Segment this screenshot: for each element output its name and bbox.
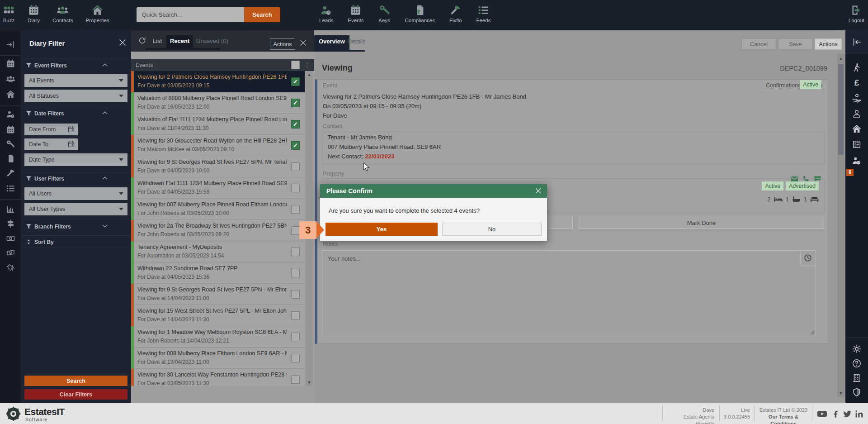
- section-event-filters[interactable]: Event Filters: [21, 59, 131, 72]
- event-checkbox[interactable]: [291, 269, 300, 277]
- event-list-row[interactable]: Valuation of 8888 Mulberry Place Pinnell…: [131, 92, 305, 114]
- event-list-row[interactable]: Viewing for 2 Palmers Close Ramsey Hunti…: [131, 71, 305, 92]
- terms-link[interactable]: Our Terms & Conditions: [769, 414, 798, 424]
- event-checkbox[interactable]: [291, 226, 300, 235]
- date-to-input[interactable]: Date To: [24, 138, 78, 150]
- select-all-checkbox[interactable]: [291, 61, 300, 69]
- event-list-row[interactable]: Viewing for 30 Lancelot Way Fenstanton H…: [131, 369, 305, 386]
- calendar-icon[interactable]: [6, 125, 15, 134]
- event-checkbox[interactable]: ✓: [291, 120, 300, 129]
- event-checkbox[interactable]: [291, 205, 300, 214]
- contacts-icon[interactable]: [6, 74, 15, 84]
- resize-handle[interactable]: [808, 329, 815, 335]
- all-user-types-dropdown[interactable]: All User Types: [24, 203, 127, 215]
- pound-icon[interactable]: £: [852, 78, 862, 88]
- event-list-row[interactable]: Viewing for 1 Meadow Way Melbourn Roysto…: [131, 326, 305, 348]
- gear-icon[interactable]: [852, 344, 862, 354]
- event-list-row[interactable]: Withdrawn Flat 1111 1234 Mulberry Place …: [131, 177, 305, 199]
- event-checkbox[interactable]: ✓: [291, 77, 300, 86]
- cancel-button[interactable]: Cancel: [741, 38, 776, 50]
- nav-compliances[interactable]: Compliances: [405, 0, 435, 23]
- nav-buzz[interactable]: Buzz: [3, 0, 15, 23]
- tab-details[interactable]: Details: [343, 35, 370, 50]
- event-checkbox[interactable]: [291, 375, 300, 384]
- lead-tag-icon[interactable]: [852, 156, 862, 166]
- home-icon[interactable]: [852, 124, 862, 134]
- feeds-icon[interactable]: [6, 184, 15, 193]
- calendar-icon[interactable]: [67, 140, 75, 148]
- nav-keys[interactable]: Keys: [378, 0, 391, 23]
- youtube-icon[interactable]: [816, 409, 828, 419]
- event-list-row[interactable]: Viewing for 15 West Street St Ives PE27 …: [131, 305, 305, 326]
- event-list-row[interactable]: Withdrawn 22 Sundorne Road SE7 7PP For D…: [131, 262, 305, 284]
- house-leave-icon[interactable]: [6, 262, 15, 272]
- section-user-filters[interactable]: User Filters: [21, 172, 131, 185]
- nav-properties[interactable]: Properties: [85, 0, 109, 23]
- nav-logout[interactable]: Logout: [849, 0, 864, 23]
- scroll-down-icon[interactable]: ▼: [838, 391, 844, 395]
- event-list-row[interactable]: Viewing for 2a The Broadway St Ives Hunt…: [131, 220, 305, 241]
- save-button[interactable]: Save: [778, 38, 813, 50]
- section-sort-by[interactable]: Sort By: [21, 235, 131, 249]
- invoice-icon[interactable]: [852, 139, 862, 149]
- all-statuses-dropdown[interactable]: All Statuses: [24, 90, 127, 102]
- event-list-row[interactable]: Tenancy Agreement - MyDeposits For Autom…: [131, 241, 305, 262]
- section-branch-filters[interactable]: Branch Filters: [21, 220, 131, 233]
- calendar-icon[interactable]: [67, 125, 75, 133]
- actions-button[interactable]: Actions: [815, 38, 842, 50]
- walker-icon[interactable]: [852, 62, 862, 72]
- notes-textarea[interactable]: Your notes...: [322, 250, 816, 336]
- chart-icon[interactable]: [6, 205, 15, 214]
- hand-coin-icon[interactable]: [852, 93, 862, 103]
- shield-icon[interactable]: [852, 387, 862, 397]
- help-icon[interactable]: [852, 358, 862, 368]
- event-checkbox[interactable]: [291, 333, 300, 341]
- event-list-row[interactable]: Viewing for 9 St Georges Road St Ives PE…: [131, 284, 305, 305]
- event-checkbox[interactable]: [291, 162, 300, 171]
- event-list-row[interactable]: Viewing for 30 Gloucester Road Wyton on …: [131, 135, 305, 156]
- nav-fixflo[interactable]: Fixflo: [449, 0, 462, 23]
- close-icon[interactable]: [299, 39, 307, 47]
- hammer-icon[interactable]: [6, 168, 15, 178]
- event-checkbox[interactable]: [291, 184, 300, 192]
- event-list-actions-button[interactable]: Actions: [270, 38, 295, 50]
- calendar-icon[interactable]: [6, 59, 15, 68]
- event-checkbox[interactable]: ✓: [291, 141, 300, 150]
- quick-search-button[interactable]: Search: [244, 7, 280, 22]
- expand-right-icon[interactable]: [6, 40, 15, 49]
- scroll-up-icon[interactable]: ▲: [838, 56, 844, 61]
- money-alt-icon[interactable]: [6, 248, 15, 257]
- event-checkbox[interactable]: [291, 248, 300, 256]
- event-list-row[interactable]: Viewing for 9 St Georges Road St Ives PE…: [131, 156, 305, 177]
- key-icon[interactable]: [6, 139, 15, 149]
- scroll-arrows-icon[interactable]: ▲▼: [305, 61, 310, 69]
- close-icon[interactable]: [535, 187, 542, 194]
- event-list-row[interactable]: Viewing for 008 Mulberry Place Eltham Lo…: [131, 348, 305, 369]
- nav-contacts[interactable]: Contacts: [52, 0, 73, 23]
- all-users-dropdown[interactable]: All Users: [24, 187, 127, 200]
- money-icon[interactable]: [6, 233, 15, 243]
- signpost-icon[interactable]: [6, 219, 15, 229]
- collapse-left-icon[interactable]: [852, 37, 862, 47]
- mark-done-button[interactable]: Mark Done: [579, 217, 824, 229]
- clear-filters-button[interactable]: Clear Filters: [24, 389, 127, 400]
- scrollbar-thumb[interactable]: [838, 64, 844, 155]
- scroll-down-icon[interactable]: ▼: [307, 380, 312, 385]
- refresh-icon[interactable]: [138, 36, 146, 45]
- no-button[interactable]: No: [442, 223, 542, 236]
- linkedin-icon[interactable]: [854, 409, 864, 419]
- quick-search-input[interactable]: [137, 7, 244, 22]
- section-date-filters[interactable]: Date Filters: [21, 107, 131, 120]
- date-type-dropdown[interactable]: Date Type: [24, 153, 127, 166]
- date-from-input[interactable]: Date From: [24, 124, 78, 135]
- scroll-up-icon[interactable]: ▲: [307, 72, 312, 77]
- nav-feeds[interactable]: Feeds: [476, 0, 491, 23]
- main-scrollbar[interactable]: ▲ ▼: [837, 54, 844, 397]
- event-checkbox[interactable]: [291, 354, 300, 362]
- nav-diary[interactable]: Diary: [28, 0, 40, 23]
- twitter-icon[interactable]: [843, 409, 852, 419]
- all-events-dropdown[interactable]: All Events: [24, 74, 127, 87]
- nav-events[interactable]: Events: [348, 0, 363, 23]
- event-checkbox[interactable]: ✓: [291, 99, 300, 107]
- event-list-row[interactable]: Valuation of Flat 1111 1234 Mulberry Pla…: [131, 114, 305, 135]
